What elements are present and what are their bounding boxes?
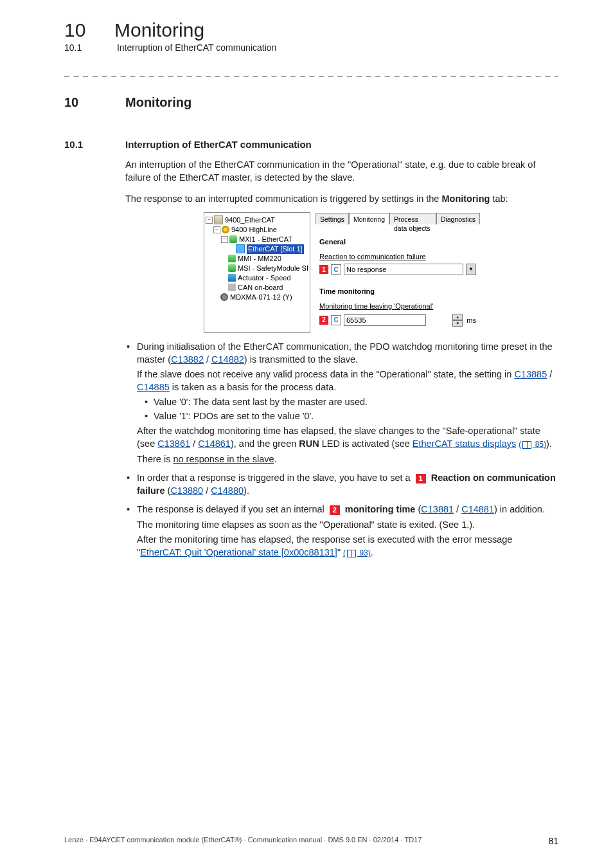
- page-number: 81: [548, 836, 558, 846]
- actuator-icon: [228, 274, 236, 282]
- footer-text: Lenze · E94AYCET communication module (E…: [64, 836, 422, 846]
- callout-marker-1: 1: [319, 265, 328, 274]
- collapse-icon[interactable]: −: [221, 236, 228, 243]
- figure-monitoring-tab: −9400_EtherCAT −9400 HighLine −MXI1 - Et…: [204, 212, 480, 333]
- callout-marker-2: 2: [330, 505, 340, 515]
- link-c13881[interactable]: C13881: [421, 504, 454, 514]
- tree-node-mxi1[interactable]: −MXI1 - EtherCAT: [206, 235, 308, 244]
- header-section-number: 10.1: [64, 42, 114, 53]
- header-chapter-number: 10: [64, 19, 114, 41]
- tab-monitoring[interactable]: Monitoring: [349, 213, 389, 224]
- bullet-2: In order that a response is triggered in…: [125, 472, 558, 497]
- link-c13885[interactable]: C13885: [514, 369, 547, 379]
- tab-process-data-objects[interactable]: Process data objects: [389, 213, 436, 224]
- spin-up-icon[interactable]: ▲: [452, 314, 463, 320]
- link-status-displays[interactable]: EtherCAT status displays: [413, 439, 516, 449]
- section-heading-1: 10 Monitoring: [64, 95, 558, 110]
- tab-bar: Settings Monitoring Process data objects…: [315, 212, 480, 224]
- intro-paragraph-2: The response to an interrupted communica…: [125, 193, 558, 206]
- bullet-list: During initialisation of the EtherCAT co…: [125, 341, 558, 559]
- chevron-down-icon[interactable]: ▼: [466, 264, 476, 275]
- module-icon: [228, 255, 236, 262]
- spin-buttons[interactable]: ▲▼: [452, 314, 463, 327]
- link-c14880[interactable]: C14880: [211, 485, 244, 496]
- link-c14882[interactable]: C14882: [211, 354, 244, 365]
- label-monitoring-time: Monitoring time leaving 'Operational': [319, 302, 476, 311]
- separator-rule: _ _ _ _ _ _ _ _ _ _ _ _ _ _ _ _ _ _ _ _ …: [64, 67, 558, 77]
- tree-node-highline[interactable]: −9400 HighLine: [206, 225, 308, 235]
- monitoring-pane: General Reaction to communication failur…: [315, 224, 480, 333]
- group-general: General: [319, 237, 476, 247]
- device-tree[interactable]: −9400_EtherCAT −9400 HighLine −MXI1 - Et…: [204, 212, 310, 333]
- header-section-title: Interruption of EtherCAT communication: [117, 42, 277, 53]
- book-icon: [347, 550, 356, 557]
- collapse-icon[interactable]: −: [206, 217, 213, 224]
- tab-diagnostics[interactable]: Diagnostics: [436, 213, 480, 224]
- book-icon: [522, 441, 531, 449]
- link-c14861[interactable]: C14861: [198, 439, 231, 449]
- drive-icon: [214, 215, 223, 224]
- sub-bullet-value-1: Value '1': PDOs are set to the value '0'…: [143, 410, 558, 423]
- callout-marker-1: 1: [416, 474, 426, 484]
- bullet-3: The response is delayed if you set an in…: [125, 503, 558, 559]
- section-heading-2: 10.1 Interruption of EtherCAT communicat…: [64, 139, 558, 150]
- tree-node-ethercat-slot1[interactable]: EtherCAT [Slot 1]: [206, 244, 308, 254]
- tree-node-actuator[interactable]: Actuator - Speed: [206, 273, 308, 283]
- ethercat-icon: [236, 244, 245, 253]
- sub-bullet-value-0: Value '0': The data sent last by the mas…: [143, 396, 558, 409]
- unit-label: ms: [466, 316, 476, 325]
- module-icon: [229, 235, 237, 243]
- reaction-select[interactable]: No response: [344, 264, 463, 275]
- spin-down-icon[interactable]: ▼: [452, 320, 463, 327]
- running-header: 10 Monitoring: [64, 19, 558, 41]
- page-footer: Lenze · E94AYCET communication module (E…: [64, 836, 558, 846]
- link-c13861[interactable]: C13861: [157, 439, 190, 449]
- tab-settings[interactable]: Settings: [315, 213, 349, 224]
- tree-node-root[interactable]: −9400_EtherCAT: [206, 215, 308, 225]
- code-button[interactable]: C: [331, 315, 341, 325]
- can-icon: [228, 284, 236, 291]
- callout-marker-2: 2: [319, 316, 328, 325]
- link-c14885[interactable]: C14885: [137, 382, 170, 392]
- link-page-85[interactable]: ( 85): [519, 440, 546, 449]
- intro-paragraph-1: An interruption of the EtherCAT communic…: [125, 159, 558, 184]
- link-page-93[interactable]: ( 93): [343, 548, 371, 557]
- collapse-icon[interactable]: −: [213, 226, 220, 233]
- header-chapter-title: Monitoring: [114, 19, 204, 41]
- link-c13882[interactable]: C13882: [171, 354, 204, 365]
- bullet-1: During initialisation of the EtherCAT co…: [125, 341, 558, 466]
- tree-node-mdxma[interactable]: MDXMA-071-12 (Y): [206, 293, 308, 302]
- link-c14881[interactable]: C14881: [461, 504, 494, 514]
- gear-icon: [222, 226, 229, 233]
- device-icon: [220, 293, 228, 301]
- code-button[interactable]: C: [331, 264, 341, 275]
- running-subheader: 10.1 Interruption of EtherCAT communicat…: [64, 42, 558, 53]
- link-error-message[interactable]: EtherCAT: Quit 'Operational' state [0x00…: [140, 547, 337, 557]
- link-c13880[interactable]: C13880: [170, 485, 203, 496]
- tree-node-can[interactable]: CAN on-board: [206, 283, 308, 293]
- label-reaction-failure: Reaction to communication failure: [319, 252, 476, 262]
- group-time-monitoring: Time monitoring: [319, 287, 476, 296]
- tree-node-msi[interactable]: MSI - SafetyModule SI: [206, 264, 308, 273]
- tree-node-mmi[interactable]: MMI - MM220: [206, 254, 308, 264]
- module-icon: [228, 264, 236, 272]
- monitoring-time-input[interactable]: 65535: [344, 314, 426, 326]
